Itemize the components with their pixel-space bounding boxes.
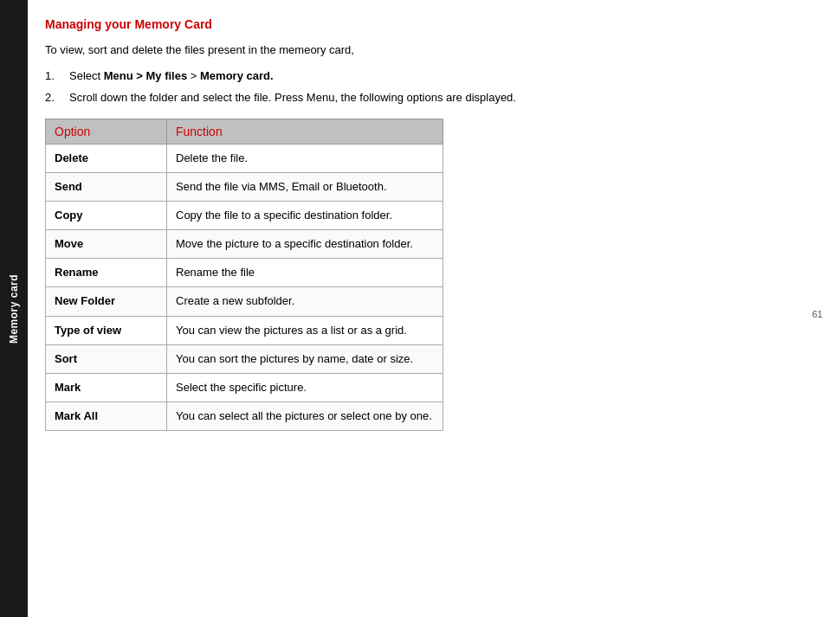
table-row: MarkSelect the specific picture. bbox=[46, 374, 443, 402]
sidebar: Memory card bbox=[0, 0, 28, 617]
table-row: MoveMove the picture to a specific desti… bbox=[46, 230, 443, 259]
step-1: 1. Select Menu > My files > Memory card. bbox=[45, 67, 814, 85]
step-2: 2. Scroll down the folder and select the… bbox=[45, 89, 814, 106]
table-cell-function: Delete the file. bbox=[167, 144, 443, 172]
options-table: Option Function DeleteDelete the file.Se… bbox=[45, 119, 443, 432]
table-cell-option: Mark All bbox=[46, 402, 167, 431]
intro-text: To view, sort and delete the files prese… bbox=[45, 42, 814, 59]
table-cell-function: Select the specific picture. bbox=[167, 374, 443, 402]
table-row: New FolderCreate a new subfolder. bbox=[46, 287, 443, 316]
table-cell-option: Type of view bbox=[46, 316, 167, 344]
table-header-row: Option Function bbox=[46, 119, 443, 144]
step-1-number: 1. bbox=[45, 67, 62, 85]
table-cell-option: Delete bbox=[46, 144, 167, 172]
table-cell-function: You can select all the pictures or selec… bbox=[167, 402, 443, 431]
table-row: DeleteDelete the file. bbox=[46, 144, 443, 172]
table-cell-function: You can sort the pictures by name, date … bbox=[167, 344, 443, 373]
section-title: Managing your Memory Card bbox=[45, 17, 814, 31]
table-cell-function: Copy the file to a specific destination … bbox=[167, 201, 443, 229]
step-2-number: 2. bbox=[45, 89, 62, 106]
table-cell-option: Mark bbox=[46, 374, 167, 402]
table-cell-option: Move bbox=[46, 230, 167, 259]
table-row: Mark AllYou can select all the pictures … bbox=[46, 402, 443, 431]
table-cell-option: Rename bbox=[46, 259, 167, 287]
sidebar-label: Memory card bbox=[8, 273, 20, 343]
col-header-option: Option bbox=[46, 119, 167, 144]
table-cell-function: Rename the file bbox=[167, 259, 443, 287]
table-body: DeleteDelete the file.SendSend the file … bbox=[46, 144, 443, 431]
table-cell-function: Send the file via MMS, Email or Bluetoot… bbox=[167, 172, 443, 201]
table-row: CopyCopy the file to a specific destinat… bbox=[46, 201, 443, 229]
table-cell-function: Move the picture to a specific destinati… bbox=[167, 230, 443, 259]
step-1-text: Select Menu > My files > Memory card. bbox=[69, 67, 274, 85]
table-cell-function: Create a new subfolder. bbox=[167, 287, 443, 316]
page-container: Memory card 61 Managing your Memory Card… bbox=[0, 0, 840, 617]
main-content: 61 Managing your Memory Card To view, so… bbox=[28, 0, 840, 617]
table-row: SendSend the file via MMS, Email or Blue… bbox=[46, 172, 443, 201]
table-cell-option: New Folder bbox=[46, 287, 167, 316]
table-row: Type of viewYou can view the pictures as… bbox=[46, 316, 443, 344]
steps-list: 1. Select Menu > My files > Memory card.… bbox=[45, 67, 814, 106]
table-row: SortYou can sort the pictures by name, d… bbox=[46, 344, 443, 373]
table-row: RenameRename the file bbox=[46, 259, 443, 287]
col-header-function: Function bbox=[167, 119, 443, 144]
table-cell-option: Copy bbox=[46, 201, 167, 229]
step-2-text: Scroll down the folder and select the fi… bbox=[69, 89, 516, 106]
table-cell-option: Sort bbox=[46, 344, 167, 373]
table-cell-option: Send bbox=[46, 172, 167, 201]
page-number: 61 bbox=[812, 309, 823, 319]
table-cell-function: You can view the pictures as a list or a… bbox=[167, 316, 443, 344]
